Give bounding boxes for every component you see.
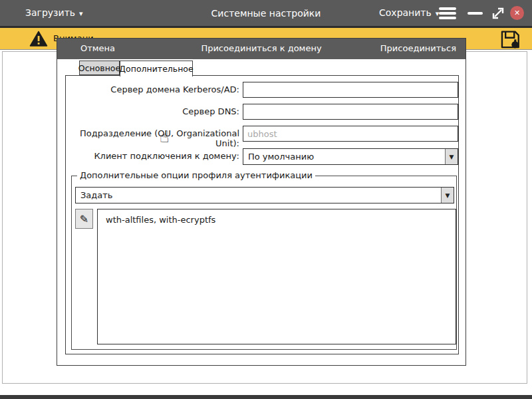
close-icon: ✕ [514, 9, 520, 17]
floppy-save-icon [500, 30, 521, 50]
screen: Загрузить▾ Системные настройки Сохранить… [0, 0, 532, 399]
edit-options-button[interactable]: ✎ [75, 209, 93, 229]
titlebar: Загрузить▾ Системные настройки Сохранить… [0, 0, 532, 28]
tab-basic[interactable]: Основное [79, 61, 120, 75]
hamburger-icon [439, 7, 456, 10]
join-domain-dialog: Отмена Присоединиться к домену Присоедин… [57, 38, 466, 366]
tab-advanced[interactable]: Дополнительное [120, 61, 193, 76]
save-menu-button[interactable]: Сохранить▾ [379, 7, 439, 18]
save-menu-label: Сохранить [379, 7, 432, 18]
kerberos-server-label: Сервер домена Kerberos/AD: [66, 84, 239, 94]
chevron-down-icon[interactable]: ▼ [441, 188, 454, 203]
hand-cursor-icon: ☝ [160, 129, 170, 145]
dns-server-label: Сервер DNS: [66, 106, 239, 116]
dialog-join-button[interactable]: Присоединиться [380, 43, 456, 53]
expand-icon [491, 6, 505, 21]
auth-options-groupbox: Дополнительные опции профиля аутентифика… [71, 176, 457, 350]
ou-label: Подразделение (OU, Organizational Unit): [66, 128, 239, 148]
auth-options-mode-value: Задать [80, 190, 113, 200]
domain-client-value: По умолчанию [248, 152, 314, 162]
fullscreen-button[interactable] [491, 6, 505, 23]
auth-options-mode-select[interactable]: Задать ▼ [75, 187, 454, 203]
advanced-tab-panel: Сервер домена Kerberos/AD: Сервер DNS: П… [65, 75, 459, 354]
window-bottom-edge [0, 395, 532, 399]
close-button[interactable]: ✕ [510, 6, 524, 20]
ou-input[interactable] [243, 126, 458, 142]
save-changes-button[interactable] [500, 30, 521, 53]
domain-client-label: Клиент подключения к домену: [66, 151, 239, 161]
minimize-button[interactable] [467, 12, 483, 15]
chevron-down-icon[interactable]: ▼ [445, 149, 458, 164]
warning-icon [29, 31, 48, 50]
domain-client-select[interactable]: По умолчанию ▼ [243, 148, 458, 165]
pencil-icon: ✎ [80, 213, 88, 225]
dns-server-input[interactable] [243, 104, 458, 120]
dialog-header: Отмена Присоединиться к домену Присоедин… [57, 39, 466, 59]
kerberos-server-input[interactable] [243, 82, 458, 98]
menu-button[interactable] [439, 7, 456, 19]
auth-options-group-label: Дополнительные опции профиля аутентифика… [77, 170, 315, 180]
auth-options-textarea[interactable]: wth-altfiles, with-ecryptfs [97, 209, 456, 344]
